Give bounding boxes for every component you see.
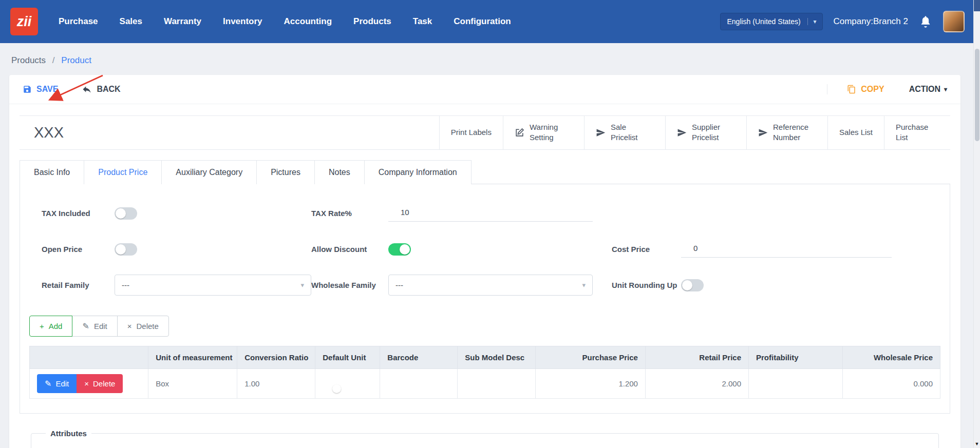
product-card: SAVE BACK COPY ACTION ▾ XXX Print Labels (9, 75, 960, 448)
unit-cell: Box (148, 368, 237, 398)
caret-down-icon: ▾ (944, 86, 947, 93)
unit-table: Unit of measurement Conversion Ratio Def… (29, 346, 940, 399)
barcode-cell (380, 368, 458, 398)
sub-model-desc-cell (458, 368, 536, 398)
retail-family-select[interactable]: --- ▾ (115, 275, 311, 296)
wholesale-family-value: --- (395, 281, 403, 289)
unit-rounding-up-label: Unit Rounding Up (612, 281, 681, 289)
col-purchase-price: Purchase Price (536, 346, 646, 368)
purchase-list-button[interactable]: Purchase List (884, 116, 950, 149)
print-labels-button[interactable]: Print Labels (439, 116, 503, 149)
col-barcode: Barcode (380, 346, 458, 368)
conversion-ratio-cell: 1.00 (237, 368, 315, 398)
tab-notes[interactable]: Notes (314, 160, 365, 184)
nav-item-products[interactable]: Products (353, 16, 391, 27)
nav-item-warranty[interactable]: Warranty (164, 16, 201, 27)
sale-pricelist-button[interactable]: Sale Pricelist (584, 116, 665, 149)
open-price-label: Open Price (42, 245, 115, 254)
sales-list-button[interactable]: Sales List (827, 116, 884, 149)
nav-item-purchase[interactable]: Purchase (59, 16, 98, 27)
nav-item-configuration[interactable]: Configuration (454, 16, 511, 27)
col-wholesale-price: Wholesale Price (843, 346, 940, 368)
edit-square-icon (515, 128, 524, 138)
tab-pictures[interactable]: Pictures (256, 160, 315, 184)
wholesale-family-label: Wholesale Family (311, 281, 388, 289)
tax-rate-input[interactable] (388, 205, 593, 222)
reply-arrow-icon (82, 84, 92, 94)
col-actions (30, 346, 148, 368)
save-button[interactable]: SAVE (23, 85, 58, 94)
supplier-pricelist-button[interactable]: Supplier Pricelist (665, 116, 746, 149)
language-selector-value: English (United States) (727, 17, 800, 26)
profitability-cell (749, 368, 843, 398)
nav-item-sales[interactable]: Sales (120, 16, 142, 27)
allow-discount-label: Allow Discount (311, 245, 388, 254)
default-unit-cell (315, 368, 380, 398)
scrollbar-thumb[interactable] (975, 49, 979, 141)
close-icon: × (127, 322, 132, 330)
price-form: TAX Included TAX Rate% Open Price Allow … (28, 203, 941, 314)
scrollbar-down-arrow[interactable]: ▼ (974, 441, 980, 446)
add-unit-button[interactable]: + Add (29, 316, 72, 337)
edit-unit-button[interactable]: ✎ Edit (72, 316, 117, 337)
tax-included-label: TAX Included (42, 209, 115, 218)
page-scrollbar[interactable]: ▼ (973, 0, 980, 448)
retail-family-label: Retail Family (42, 281, 115, 289)
product-header-actions: Print Labels Warning Setting Sale Pricel… (439, 116, 950, 149)
card-toolbar: SAVE BACK COPY ACTION ▾ (9, 75, 960, 104)
action-dropdown-button[interactable]: ACTION ▾ (909, 85, 947, 94)
copy-button[interactable]: COPY (847, 85, 884, 94)
chevron-down-icon: ▾ (807, 18, 816, 25)
allow-discount-toggle[interactable] (388, 243, 411, 256)
reference-number-button[interactable]: Reference Number (746, 116, 827, 149)
open-price-toggle[interactable] (115, 243, 137, 256)
main-menu: Purchase Sales Warranty Inventory Accoun… (59, 16, 511, 27)
warning-setting-button[interactable]: Warning Setting (503, 116, 584, 149)
nav-item-accounting[interactable]: Accounting (284, 16, 332, 27)
delete-unit-button[interactable]: × Delete (117, 316, 169, 337)
app-logo[interactable]: zii (10, 8, 38, 35)
unit-rounding-up-toggle[interactable] (681, 279, 704, 291)
plus-icon: + (40, 322, 44, 330)
col-unit-of-measurement: Unit of measurement (148, 346, 237, 368)
wholesale-family-select[interactable]: --- ▾ (388, 275, 593, 296)
floppy-icon (23, 85, 32, 94)
attributes-fieldset: Attributes Attribute Category P01 ▾ Add (31, 429, 939, 448)
row-actions-cell: ✎ Edit × Delete (30, 368, 148, 398)
product-price-pane: TAX Included TAX Rate% Open Price Allow … (20, 184, 950, 414)
top-navbar: zii Purchase Sales Warranty Inventory Ac… (0, 0, 980, 43)
language-selector[interactable]: English (United States) ▾ (720, 13, 823, 30)
tax-included-toggle[interactable] (115, 207, 137, 220)
tab-basic-info[interactable]: Basic Info (20, 160, 84, 184)
pencil-icon: ✎ (45, 379, 51, 388)
back-button[interactable]: BACK (82, 84, 120, 94)
paper-plane-icon (758, 128, 768, 138)
retail-family-value: --- (122, 281, 129, 289)
chevron-down-icon: ▾ (300, 281, 304, 289)
nav-item-task[interactable]: Task (413, 16, 432, 27)
notification-bell-icon[interactable] (918, 14, 933, 29)
breadcrumb: Products / Product (0, 43, 980, 75)
breadcrumb-product[interactable]: Product (61, 55, 91, 65)
row-delete-button[interactable]: × Delete (77, 374, 123, 393)
tax-rate-label: TAX Rate% (311, 209, 388, 218)
breadcrumb-products[interactable]: Products (11, 55, 46, 65)
paper-plane-icon (596, 128, 606, 138)
col-conversion-ratio: Conversion Ratio (237, 346, 315, 368)
tab-product-price[interactable]: Product Price (84, 160, 162, 184)
nav-item-inventory[interactable]: Inventory (223, 16, 262, 27)
retail-price-cell: 2.000 (645, 368, 748, 398)
product-tabs: Basic Info Product Price Auxiliary Categ… (20, 160, 950, 184)
paper-plane-icon (677, 128, 687, 138)
product-header: XXX Print Labels Warning Setting Sale Pr… (20, 115, 950, 150)
tab-auxiliary-category[interactable]: Auxiliary Category (161, 160, 257, 184)
purchase-price-cell: 1.200 (536, 368, 646, 398)
unit-toolbar: + Add ✎ Edit × Delete (29, 316, 169, 337)
user-avatar[interactable] (943, 11, 965, 32)
copy-icon (847, 85, 856, 94)
col-default-unit: Default Unit (315, 346, 380, 368)
tab-company-information[interactable]: Company Information (364, 160, 472, 184)
scrollbar-top-cap (974, 0, 980, 11)
row-edit-button[interactable]: ✎ Edit (37, 374, 77, 393)
cost-price-input[interactable] (681, 241, 892, 258)
